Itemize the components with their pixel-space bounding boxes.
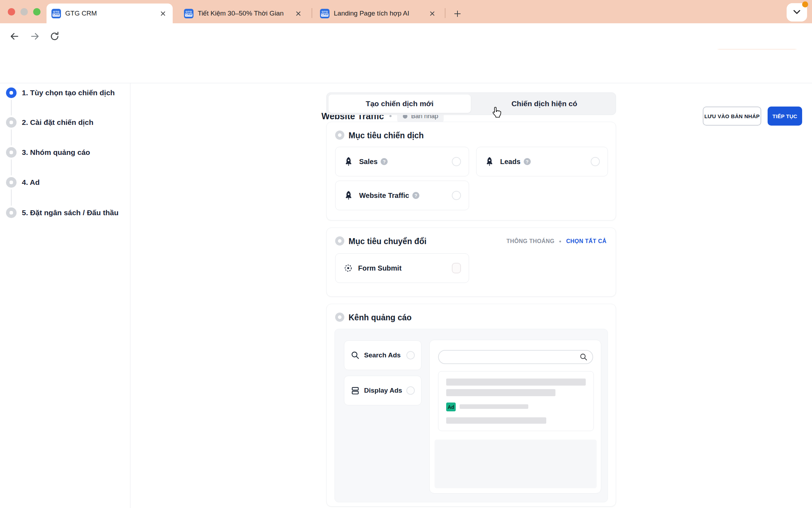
option-label: Website Traffic bbox=[359, 192, 409, 200]
zoom-window-button[interactable] bbox=[33, 8, 41, 16]
preview-search-bar bbox=[438, 350, 593, 364]
step-indicator-active bbox=[6, 87, 17, 98]
objective-option-sales[interactable]: Sales ? bbox=[335, 147, 469, 176]
ad-badge: Ad bbox=[446, 403, 456, 411]
radio-sales[interactable] bbox=[452, 157, 461, 166]
placeholder-line bbox=[446, 417, 546, 424]
step-indicator bbox=[6, 177, 17, 188]
conversion-section-card: Mục tiêu chuyển đổi THÔNG THOÁNG CHỌN TẤ… bbox=[326, 228, 616, 297]
gtg-crm-favicon-icon: GTG CRM bbox=[184, 9, 193, 18]
favicon-line2: CRM bbox=[321, 13, 329, 17]
channel-section-card: Kênh quảng cáo Search Ads Display Ads bbox=[326, 304, 616, 507]
radio-display-ads[interactable] bbox=[406, 386, 415, 395]
search-icon bbox=[579, 353, 588, 361]
campaign-header: THOÁT Website Traffic Bản nháp LƯU VÀO B… bbox=[0, 49, 812, 83]
tab-separator bbox=[312, 8, 312, 18]
step-label: 2. Cài đặt chiến dịch bbox=[22, 118, 93, 127]
step-connector bbox=[11, 159, 12, 175]
help-icon[interactable]: ? bbox=[412, 192, 419, 199]
update-notification-dot bbox=[802, 1, 808, 7]
close-tab-icon[interactable] bbox=[158, 8, 168, 18]
objective-section-card: Mục tiêu chiến dịch Sales ? Leads ? bbox=[326, 122, 616, 220]
tab-new-campaign[interactable]: Tạo chiến dịch mới bbox=[328, 95, 471, 113]
campaign-mode-tabs: Tạo chiến dịch mới Chiến dịch hiện có bbox=[326, 92, 616, 115]
section-title: Kênh quảng cáo bbox=[349, 313, 412, 322]
channel-panel: Search Ads Display Ads bbox=[334, 329, 608, 502]
campaign-stepper-sidebar: 1. Tùy chọn tạo chiến dịch 2. Cài đặt ch… bbox=[0, 83, 130, 508]
dot-separator bbox=[559, 241, 561, 242]
option-label: Form Submit bbox=[358, 264, 401, 272]
step-indicator bbox=[6, 207, 17, 218]
browser-window: GTG CRM GTG CRM GTG CRM Tiết Kiệm 30–50%… bbox=[0, 0, 812, 508]
conversion-option-form-submit[interactable]: Form Submit bbox=[335, 253, 469, 283]
close-tab-icon[interactable] bbox=[293, 8, 303, 18]
placeholder-line bbox=[446, 389, 555, 396]
channel-label: Search Ads bbox=[364, 351, 401, 359]
target-icon bbox=[343, 263, 353, 273]
option-label: Leads bbox=[500, 158, 521, 166]
close-window-button[interactable] bbox=[8, 8, 15, 16]
checkbox-form-submit[interactable] bbox=[452, 263, 461, 273]
help-icon[interactable]: ? bbox=[381, 158, 388, 165]
placeholder-line bbox=[446, 379, 586, 386]
channel-option-search-ads[interactable]: Search Ads bbox=[344, 340, 422, 370]
select-all-link[interactable]: CHỌN TẤT CẢ bbox=[566, 238, 607, 244]
objective-option-website-traffic[interactable]: Website Traffic ? bbox=[335, 181, 469, 210]
channel-option-display-ads[interactable]: Display Ads bbox=[344, 376, 422, 405]
tab-title: Tiết Kiệm 30–50% Thời Gian bbox=[198, 10, 289, 17]
objective-option-leads[interactable]: Leads ? bbox=[476, 147, 608, 176]
step-label: 3. Nhóm quảng cáo bbox=[22, 148, 90, 157]
step-connector bbox=[11, 129, 12, 145]
favicon-line2: CRM bbox=[185, 13, 193, 17]
save-draft-button[interactable]: LƯU VÀO BẢN NHÁP bbox=[703, 107, 761, 126]
section-title: Mục tiêu chuyển đổi bbox=[349, 237, 426, 246]
minimize-window-button[interactable] bbox=[20, 8, 28, 16]
radio-website-traffic[interactable] bbox=[452, 191, 461, 200]
gtg-crm-favicon-icon: GTG CRM bbox=[51, 9, 61, 18]
chrome-toolbar: app.dev.gtgcrm.com/marketing/campaigns/c… bbox=[0, 23, 812, 49]
reload-icon[interactable] bbox=[49, 31, 60, 42]
back-icon[interactable] bbox=[9, 31, 20, 42]
step-connector bbox=[11, 189, 12, 206]
rocket-icon bbox=[343, 190, 354, 201]
section-bullet-icon bbox=[335, 236, 344, 246]
preview-placeholder-block bbox=[435, 440, 597, 488]
step-label: 1. Tùy chọn tạo chiến dịch bbox=[22, 89, 115, 97]
section-title: Mục tiêu chiến dịch bbox=[349, 131, 424, 140]
placeholder-line bbox=[460, 404, 528, 409]
channel-label: Display Ads bbox=[364, 387, 402, 394]
macos-traffic-lights bbox=[8, 8, 41, 16]
tab-landing-page[interactable]: GTG CRM Landing Page tích hợp AI bbox=[315, 4, 442, 23]
step-label: 4. Ad bbox=[22, 178, 40, 187]
chrome-tab-strip: GTG CRM GTG CRM GTG CRM Tiết Kiệm 30–50%… bbox=[0, 0, 812, 23]
step-connector bbox=[11, 100, 12, 115]
favicon-line2: CRM bbox=[53, 13, 60, 17]
search-icon bbox=[351, 351, 360, 360]
conversion-hint-label: THÔNG THOÁNG bbox=[506, 238, 554, 244]
radio-search-ads[interactable] bbox=[406, 351, 415, 359]
section-bullet-icon bbox=[335, 131, 344, 140]
step-label: 5. Đặt ngân sách / Đấu thầu bbox=[22, 208, 118, 217]
rocket-icon bbox=[343, 156, 354, 167]
display-ads-icon bbox=[351, 386, 360, 395]
forward-icon[interactable] bbox=[30, 31, 40, 42]
option-label: Sales bbox=[359, 158, 377, 166]
gtg-crm-favicon-icon: GTG CRM bbox=[320, 9, 330, 18]
tab-separator bbox=[445, 8, 445, 18]
close-tab-icon[interactable] bbox=[427, 8, 437, 18]
help-icon[interactable]: ? bbox=[524, 158, 531, 165]
tab-title: GTG CRM bbox=[65, 10, 154, 17]
dot-separator bbox=[389, 115, 392, 117]
tab-tiet-kiem[interactable]: GTG CRM Tiết Kiệm 30–50% Thời Gian bbox=[179, 4, 308, 23]
radio-leads[interactable] bbox=[591, 157, 600, 166]
tab-gtg-crm[interactable]: GTG CRM GTG CRM bbox=[47, 4, 173, 23]
preview-result-card: Ad bbox=[438, 371, 594, 431]
mouse-cursor-pointer bbox=[491, 106, 503, 120]
section-bullet-icon bbox=[335, 313, 344, 322]
new-tab-button[interactable] bbox=[450, 7, 465, 21]
tab-title: Landing Page tích hợp AI bbox=[334, 10, 423, 17]
rocket-icon bbox=[484, 156, 495, 167]
continue-button[interactable]: TIẾP TỤC bbox=[768, 107, 802, 126]
search-ad-preview: Ad bbox=[429, 340, 601, 494]
step-indicator bbox=[6, 117, 17, 128]
